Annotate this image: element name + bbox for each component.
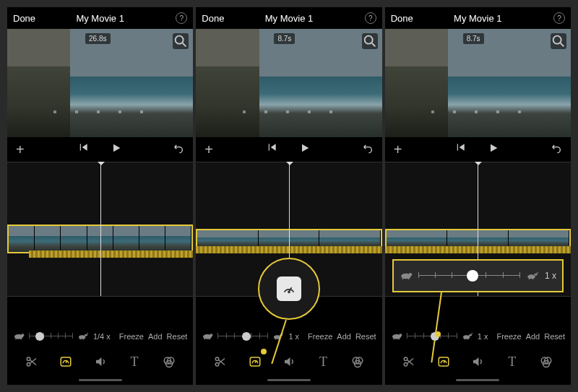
svg-point-0 xyxy=(176,36,184,44)
filters-icon[interactable] xyxy=(160,353,178,370)
svg-point-46 xyxy=(408,273,412,276)
speed-value: 1 x xyxy=(478,332,488,341)
add-media-button[interactable]: + xyxy=(204,141,213,158)
speed-slider-popup: 1 x xyxy=(392,259,564,292)
svg-rect-15 xyxy=(61,357,71,366)
help-button[interactable]: ? xyxy=(553,12,565,24)
speed-tab-icon[interactable] xyxy=(246,353,264,370)
prev-button[interactable] xyxy=(456,142,466,157)
header: Done My Movie 1 ? xyxy=(385,7,571,29)
timeline[interactable]: 1 x xyxy=(385,162,571,297)
speed-slider[interactable] xyxy=(217,331,268,341)
filters-icon[interactable] xyxy=(349,353,366,370)
svg-point-8 xyxy=(85,334,87,336)
help-button[interactable]: ? xyxy=(365,12,376,24)
svg-point-61 xyxy=(405,357,408,361)
popup-speed-slider[interactable] xyxy=(418,271,520,281)
volume-icon[interactable] xyxy=(92,353,109,370)
add-speed-button[interactable]: Add xyxy=(526,332,540,341)
timeline[interactable] xyxy=(196,162,381,297)
scissors-icon[interactable] xyxy=(23,353,40,370)
timestamp-badge: 26.8s xyxy=(85,33,110,44)
speed-tab-icon[interactable] xyxy=(435,353,452,370)
svg-rect-31 xyxy=(275,338,276,339)
popup-speed-value: 1 x xyxy=(545,271,556,281)
tortoise-icon xyxy=(391,331,402,341)
tortoise-icon xyxy=(202,331,213,341)
video-preview[interactable]: 8.7s xyxy=(196,29,381,137)
phone-1: Done My Movie 1 ? 26.8s + xyxy=(7,7,193,385)
toolbar: T xyxy=(7,349,193,375)
svg-point-4 xyxy=(21,334,24,336)
playhead[interactable] xyxy=(100,162,101,296)
svg-rect-59 xyxy=(464,338,465,339)
svg-point-54 xyxy=(399,334,402,336)
transport-bar: + xyxy=(196,137,381,162)
home-indicator xyxy=(196,375,381,385)
filters-icon[interactable] xyxy=(538,353,555,370)
zoom-button[interactable] xyxy=(551,33,566,49)
hare-icon xyxy=(526,270,539,282)
speed-ramp-indicator xyxy=(29,251,193,258)
zoom-button[interactable] xyxy=(362,33,378,49)
svg-line-43 xyxy=(561,43,564,47)
play-button[interactable] xyxy=(111,142,122,157)
help-button[interactable]: ? xyxy=(176,12,187,24)
svg-rect-22 xyxy=(269,144,269,150)
scissors-icon[interactable] xyxy=(212,353,229,370)
slider-knob xyxy=(35,332,44,341)
svg-line-1 xyxy=(183,43,186,47)
done-button[interactable]: Done xyxy=(13,13,35,24)
slider-knob xyxy=(242,332,251,341)
speed-value: 1/4 x xyxy=(93,332,111,341)
timeline[interactable] xyxy=(7,162,193,297)
undo-button[interactable] xyxy=(173,142,184,157)
text-icon[interactable]: T xyxy=(504,353,521,370)
svg-point-12 xyxy=(27,363,30,367)
play-button[interactable] xyxy=(488,142,499,157)
reset-button[interactable]: Reset xyxy=(544,332,565,341)
home-indicator xyxy=(7,375,193,385)
speed-slider[interactable] xyxy=(407,331,457,341)
video-preview[interactable]: 8.7s xyxy=(385,29,571,137)
freeze-button[interactable]: Freeze xyxy=(496,332,521,341)
text-icon[interactable]: T xyxy=(126,353,143,370)
svg-rect-6 xyxy=(21,338,22,339)
svg-point-50 xyxy=(534,273,538,275)
svg-point-58 xyxy=(469,334,472,336)
svg-point-42 xyxy=(553,36,561,44)
video-preview[interactable]: 26.8s xyxy=(7,29,193,137)
svg-rect-60 xyxy=(467,338,468,339)
prev-button[interactable] xyxy=(79,142,89,157)
done-button[interactable]: Done xyxy=(202,13,224,24)
add-speed-button[interactable]: Add xyxy=(148,332,163,341)
speed-controls: 1 x Freeze Add Reset xyxy=(385,297,571,349)
add-media-button[interactable]: + xyxy=(394,141,402,158)
svg-point-11 xyxy=(27,357,30,361)
svg-point-26 xyxy=(210,334,213,336)
freeze-button[interactable]: Freeze xyxy=(119,332,144,341)
add-media-button[interactable]: + xyxy=(16,141,25,158)
volume-icon[interactable] xyxy=(469,353,486,370)
speed-slider[interactable] xyxy=(29,331,73,341)
done-button[interactable]: Done xyxy=(391,13,413,24)
svg-point-20 xyxy=(364,36,372,44)
scissors-icon[interactable] xyxy=(400,353,418,370)
svg-rect-5 xyxy=(15,338,16,339)
reset-button[interactable]: Reset xyxy=(355,332,376,341)
prev-button[interactable] xyxy=(267,142,277,157)
transport-bar: + xyxy=(385,137,571,162)
text-icon[interactable]: T xyxy=(314,353,332,370)
reset-button[interactable]: Reset xyxy=(167,332,188,341)
speed-tab-icon[interactable] xyxy=(57,353,74,370)
play-button[interactable] xyxy=(299,142,311,157)
undo-button[interactable] xyxy=(362,142,374,157)
add-speed-button[interactable]: Add xyxy=(337,332,351,341)
volume-icon[interactable] xyxy=(280,353,298,370)
freeze-button[interactable]: Freeze xyxy=(308,332,332,341)
zoom-button[interactable] xyxy=(173,33,189,49)
svg-point-62 xyxy=(405,363,408,367)
svg-rect-52 xyxy=(532,277,534,279)
popup-slider-knob[interactable] xyxy=(467,270,478,282)
undo-button[interactable] xyxy=(551,142,562,157)
